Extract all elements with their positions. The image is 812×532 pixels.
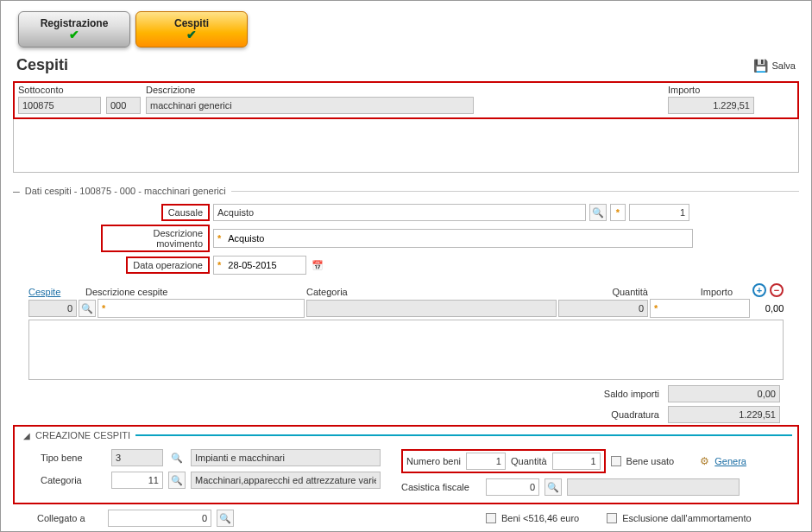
search-icon[interactable]: 🔍 (544, 478, 562, 496)
save-button[interactable]: 💾 Salva (753, 59, 796, 73)
required-marker: * (214, 233, 224, 244)
causale-input[interactable] (213, 204, 586, 221)
numero-beni-group: Numero beni Quantità (401, 449, 606, 473)
header-importo: Importo (668, 85, 754, 95)
row-descr-movimento: Descrizione movimento * (101, 225, 801, 252)
cell-categoria[interactable] (306, 300, 557, 317)
casistica-descr (567, 478, 740, 496)
genera-link[interactable]: Genera (714, 456, 746, 466)
row-numero-beni: Numero beni Quantità Bene usato ⚙ Genera (401, 449, 746, 473)
label-bene-usato: Bene usato (626, 456, 675, 466)
divider (231, 191, 799, 192)
saldo-value (668, 385, 780, 402)
row-categoria: Categoria 🔍 (41, 472, 381, 489)
label-quadratura: Quadratura (573, 409, 659, 420)
search-icon[interactable]: 🔍 (168, 472, 186, 489)
totals: Saldo importi Quadratura (11, 385, 780, 423)
descr-movimento-input[interactable] (224, 231, 692, 246)
top-row (18, 97, 794, 114)
col-quantita: Quantità (558, 287, 648, 297)
collegato-n[interactable] (108, 510, 211, 527)
label-data-operazione: Data operazione (126, 256, 210, 274)
header-sottoconto: Sottoconto (18, 85, 101, 95)
casistica-n[interactable] (486, 478, 539, 496)
header-descrizione: Descrizione (146, 85, 474, 95)
collapse-triangle-icon[interactable]: ◢ (23, 431, 30, 440)
row-causale: Causale 🔍 * (101, 204, 801, 221)
sottoconto-input[interactable] (18, 97, 101, 114)
grid-header: Cespite Descrizione cespite Categoria Qu… (28, 283, 784, 297)
col-cespite[interactable]: Cespite (28, 287, 77, 297)
numero-beni-input[interactable] (466, 453, 506, 470)
categoria-descr (191, 472, 381, 489)
row-saldo: Saldo importi (573, 385, 780, 402)
label-categoria: Categoria (41, 475, 106, 485)
row-collegato: Collegato a 🔍 Beni <516,46 euro Esclusio… (37, 510, 801, 527)
app-frame: Registrazione ✔ Cespiti ✔ Cespiti 💾 Salv… (0, 0, 812, 532)
cell-importo[interactable] (661, 301, 787, 316)
bene-usato-checkbox[interactable] (611, 456, 621, 466)
tipo-bene-n (111, 449, 163, 466)
cell-descr[interactable] (109, 301, 304, 316)
gear-icon: ⚙ (700, 455, 709, 467)
search-icon[interactable]: 🔍 (79, 300, 96, 317)
quadratura-value (668, 406, 780, 423)
page-title: Cespiti (16, 56, 68, 74)
label-saldo: Saldo importi (573, 389, 659, 399)
col-importo: Importo (650, 287, 733, 297)
check-warn-icon: ✔ (186, 28, 197, 41)
required-marker: * (214, 260, 224, 270)
importo-input[interactable] (668, 97, 754, 114)
tab-cespiti[interactable]: Cespiti ✔ (135, 11, 248, 48)
quantita-input[interactable] (552, 453, 601, 470)
calendar-icon[interactable]: 📅 (310, 257, 325, 273)
grid-row-0: 🔍 * * (28, 299, 784, 318)
add-row-icon[interactable]: + (752, 283, 766, 297)
col-descr-cespite: Descrizione cespite (79, 287, 305, 297)
collapse-icon[interactable]: – (13, 185, 20, 197)
cc-left: Tipo bene 🔍 Categoria 🔍 (41, 449, 381, 489)
search-icon[interactable]: 🔍 (168, 449, 186, 466)
col-categoria: Categoria (306, 287, 557, 297)
check-icon: ✔ (69, 28, 79, 41)
data-operazione-input[interactable] (224, 257, 290, 273)
descrizione-input[interactable] (146, 97, 474, 114)
cc-grid: Tipo bene 🔍 Categoria 🔍 Numero beni (20, 449, 792, 496)
tipo-bene-descr (191, 449, 381, 466)
top-section: Sottoconto Descrizione Importo (13, 81, 799, 119)
cell-quantita[interactable] (558, 300, 648, 317)
label-numero-beni: Numero beni (406, 456, 461, 466)
data-op-wrapper: * (213, 256, 306, 275)
row-casistica: Casistica fiscale 🔍 (401, 478, 746, 496)
section-dati-cespiti: – Dati cespiti - 100875 - 000 - macchina… (13, 185, 799, 197)
label-descr-movimento: Descrizione movimento (101, 225, 210, 252)
search-icon[interactable]: 🔍 (217, 510, 234, 527)
save-label: Salva (771, 60, 796, 71)
label-causale: Causale (161, 204, 210, 221)
label-casistica: Casistica fiscale (401, 482, 481, 492)
label-collegato: Collegato a (37, 513, 103, 523)
esclusione-checkbox[interactable] (607, 513, 617, 523)
causale-num-input[interactable] (629, 204, 689, 221)
categoria-n[interactable] (111, 472, 163, 489)
label-esclusione: Esclusione dall'ammortamento (622, 513, 751, 523)
cc-heading-text: CREAZIONE CESPITI (35, 430, 130, 440)
tab-registrazione[interactable]: Registrazione ✔ (18, 11, 130, 48)
save-icon: 💾 (753, 59, 768, 73)
search-icon[interactable]: 🔍 (589, 204, 607, 221)
cell-importo-wrapper: * (650, 299, 750, 318)
label-tipo-bene: Tipo bene (41, 453, 106, 463)
sottoconto-sub-input[interactable] (106, 97, 141, 114)
row-tipo-bene: Tipo bene 🔍 (41, 449, 381, 466)
beni-516-checkbox[interactable] (486, 513, 496, 523)
required-marker: * (651, 303, 661, 314)
remove-row-icon[interactable]: − (770, 283, 784, 297)
cc-heading: ◢ CREAZIONE CESPITI (23, 430, 792, 440)
section-label: Dati cespiti - 100875 - 000 - macchinari… (25, 186, 226, 196)
top-headers: Sottoconto Descrizione Importo (18, 85, 794, 95)
title-row: Cespiti 💾 Salva (16, 56, 796, 74)
row-data-operazione: Data operazione * 📅 (101, 256, 801, 275)
cell-cespite[interactable] (28, 300, 77, 317)
required-marker: * (98, 303, 109, 314)
cell-descr-wrapper: * (98, 299, 305, 318)
